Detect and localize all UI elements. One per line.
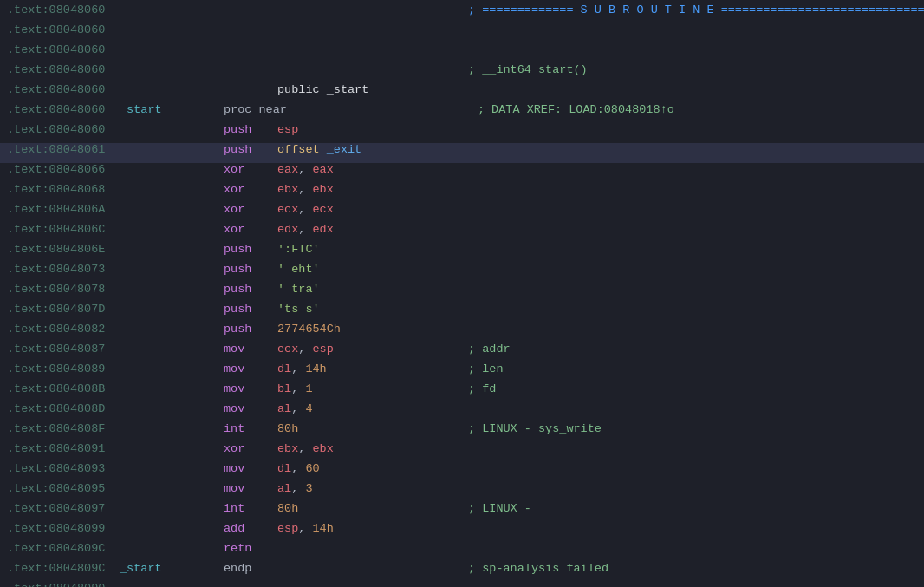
col-operands: dl, 60 xyxy=(277,462,468,475)
col-mnemonic: push xyxy=(224,123,277,136)
table-row: .text:0804809Cretn xyxy=(0,542,924,562)
col-operands: 2774654Ch xyxy=(277,323,468,336)
col-addr: .text:08048093 xyxy=(7,462,120,475)
col-addr: .text:08048061 xyxy=(7,143,120,156)
col-mnemonic: push xyxy=(224,303,277,316)
col-operands: 80h xyxy=(277,422,468,435)
col-mnemonic: xor xyxy=(224,183,277,196)
col-addr: .text:08048099 xyxy=(7,522,120,535)
col-mnemonic: push xyxy=(224,243,277,256)
table-row: .text:08048099addesp, 14h xyxy=(0,522,924,542)
col-addr: .text:0804807D xyxy=(7,303,120,316)
col-mnemonic: xor xyxy=(224,203,277,216)
col-mnemonic: xor xyxy=(224,163,277,176)
col-addr: .text:08048091 xyxy=(7,442,120,455)
col-addr: .text:08048089 xyxy=(7,362,120,375)
table-row: .text:08048060pushesp xyxy=(0,123,924,143)
col-mnemonic: mov xyxy=(224,482,277,495)
col-mnemonic: mov xyxy=(224,362,277,375)
col-addr: .text:08048082 xyxy=(7,323,120,336)
col-mnemonic: mov xyxy=(224,342,277,355)
col-addr: .text:08048095 xyxy=(7,482,120,495)
col-addr: .text:08048060 xyxy=(7,83,120,96)
table-row: .text:08048095moval, 3 xyxy=(0,482,924,502)
table-row: .text:08048093movdl, 60 xyxy=(0,462,924,482)
col-comment: ; DATA XREF: LOAD:08048018↑o xyxy=(478,103,674,116)
table-row: .text:0804808Bmovbl, 1; fd xyxy=(0,382,924,402)
col-operands: eax, eax xyxy=(277,163,468,176)
table-row: .text:08048060public _start xyxy=(0,83,924,103)
col-addr: .text:08048078 xyxy=(7,283,120,296)
table-row: .text:0804809C_startendp; sp-analysis fa… xyxy=(0,562,924,582)
col-mnemonic: add xyxy=(224,522,277,535)
col-addr: .text:0804808B xyxy=(7,382,120,395)
col-comment: ; len xyxy=(468,362,504,375)
table-row: .text:08048089movdl, 14h; len xyxy=(0,362,924,382)
col-mnemonic: retn xyxy=(224,542,277,555)
table-row: .text:08048060; ============= S U B R O … xyxy=(0,3,924,23)
col-mnemonic: endp xyxy=(224,562,277,575)
col-operands: al, 3 xyxy=(277,482,468,495)
col-addr: .text:0804809C xyxy=(7,542,120,555)
table-row: .text:08048060_startproc near; DATA XREF… xyxy=(0,103,924,123)
col-addr: .text:0804809C xyxy=(7,562,120,575)
col-addr: .text:08048068 xyxy=(7,183,120,196)
table-row: .text:08048078push' tra' xyxy=(0,283,924,303)
col-mnemonic: mov xyxy=(224,462,277,475)
table-row: .text:08048068xorebx, ebx xyxy=(0,183,924,203)
col-label: _start xyxy=(120,103,224,116)
table-row: .text:08048073push' eht' xyxy=(0,263,924,283)
col-operands: public _start xyxy=(277,83,468,96)
col-mnemonic: push xyxy=(224,143,277,156)
col-addr: .text:08048097 xyxy=(7,502,120,515)
col-operands: esp xyxy=(277,123,468,136)
table-row: .text:08048066xoreax, eax xyxy=(0,163,924,183)
col-operands: ebx, ebx xyxy=(277,442,468,455)
col-operands: ' tra' xyxy=(277,283,468,296)
col-mnemonic: xor xyxy=(224,223,277,236)
table-row: .text:08048087movecx, esp; addr xyxy=(0,342,924,362)
col-comment: ; ============= S U B R O U T I N E ====… xyxy=(468,3,924,16)
col-mnemonic: int xyxy=(224,502,277,515)
table-row: .text:0804806Cxoredx, edx xyxy=(0,223,924,243)
table-row: .text:0804806Epush':FTC' xyxy=(0,243,924,263)
col-addr: .text:08048060 xyxy=(7,123,120,136)
col-operands: dl, 14h xyxy=(277,362,468,375)
col-addr: .text:08048060 xyxy=(7,3,120,16)
col-mnemonic: mov xyxy=(224,402,277,415)
disassembly-view: .text:08048060; ============= S U B R O … xyxy=(0,0,924,587)
col-mnemonic: push xyxy=(224,283,277,296)
col-mnemonic: int xyxy=(224,422,277,435)
col-addr: .text:08048060 xyxy=(7,63,120,76)
table-row: .text:08048060 xyxy=(0,23,924,43)
table-row: .text:08048082push2774654Ch xyxy=(0,323,924,342)
table-row: .text:08048060; __int64 start() xyxy=(0,63,924,83)
col-operands: offset _exit xyxy=(277,143,468,156)
col-addr: .text:08048073 xyxy=(7,263,120,276)
col-addr: .text:08048060 xyxy=(7,103,120,116)
col-operands: ' eht' xyxy=(277,263,468,276)
table-row: .text:08048097int80h; LINUX - xyxy=(0,502,924,522)
col-addr: .text:0804806C xyxy=(7,223,120,236)
col-mnemonic: xor xyxy=(224,442,277,455)
col-operands: 'ts s' xyxy=(277,303,468,316)
col-operands: ':FTC' xyxy=(277,243,468,256)
table-row: .text:0804808Fint80h; LINUX - sys_write xyxy=(0,422,924,442)
col-addr: .text:08048087 xyxy=(7,342,120,355)
table-row: .text:0804807Dpush'ts s' xyxy=(0,303,924,323)
col-operands: bl, 1 xyxy=(277,382,468,395)
col-addr: .text:0804806E xyxy=(7,243,120,256)
col-mnemonic: proc near xyxy=(224,103,287,116)
col-label: _start xyxy=(120,562,224,575)
col-addr: .text:0804808F xyxy=(7,422,120,435)
col-comment: ; fd xyxy=(468,382,496,395)
table-row: .text:0804806Axorecx, ecx xyxy=(0,203,924,223)
col-addr: .text:0804806A xyxy=(7,203,120,216)
col-comment: ; LINUX - sys_write xyxy=(468,422,602,435)
table-row: .text:08048090 xyxy=(0,582,924,587)
table-row: .text:08048061pushoffset _exit xyxy=(0,143,924,163)
table-row: .text:08048060 xyxy=(0,43,924,63)
col-operands: ecx, ecx xyxy=(277,203,468,216)
col-comment: ; addr xyxy=(468,342,511,355)
col-addr: .text:0804808D xyxy=(7,402,120,415)
